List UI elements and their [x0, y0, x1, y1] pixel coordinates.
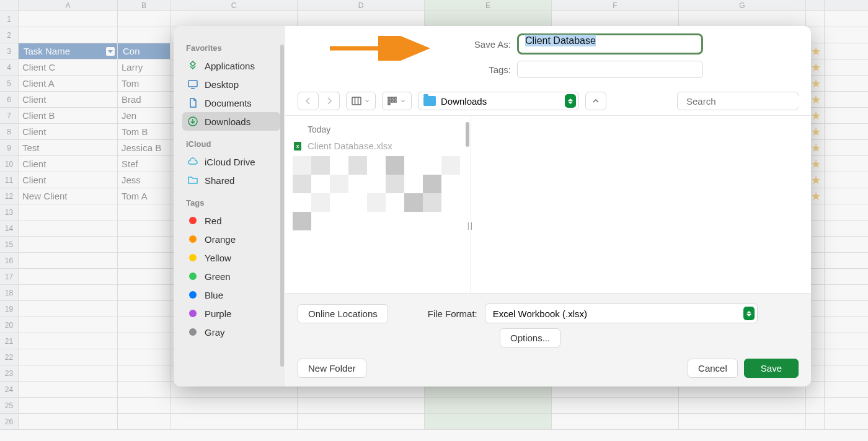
tags-input[interactable]	[517, 61, 703, 78]
sidebar-item-applications[interactable]: Applications	[182, 56, 280, 75]
tag-dot-icon	[187, 215, 198, 226]
save-as-label: Save As:	[393, 39, 511, 50]
sb-section-tags: Tags	[186, 198, 277, 207]
tag-dot-icon	[187, 289, 198, 300]
cloud-icon	[187, 156, 198, 167]
online-locations-button[interactable]: Online Locations	[298, 304, 388, 323]
sidebar-item-label: Gray	[205, 327, 225, 338]
browser-column[interactable]: Today X Client Database.xlsx ||	[285, 116, 471, 293]
sidebar-item-label: Applications	[205, 61, 255, 71]
browser-empty-pane	[471, 116, 811, 293]
options-button[interactable]: Options...	[500, 328, 560, 347]
sidebar-item-label: Documents	[205, 98, 252, 108]
sidebar-scrollbar[interactable]	[280, 45, 284, 367]
apps-icon	[187, 60, 198, 71]
dialog-main: Save As: Client Database Tags:	[285, 26, 811, 386]
sidebar-item-documents[interactable]: Documents	[182, 94, 280, 112]
sb-section-icloud: iCloud	[186, 139, 277, 149]
sidebar-item-label: Shared	[205, 175, 234, 186]
shared-icon	[187, 175, 198, 186]
location-name: Downloads	[441, 96, 487, 107]
view-group-button[interactable]	[382, 92, 412, 110]
sidebar-item-label: Desktop	[205, 79, 239, 90]
sidebar-item-label: Blue	[205, 290, 223, 300]
sidebar-item-shared[interactable]: Shared	[182, 171, 280, 190]
tag-dot-icon	[187, 271, 198, 282]
sidebar-item-blue[interactable]: Blue	[182, 286, 280, 304]
svg-text:X: X	[296, 144, 299, 149]
search-input[interactable]	[686, 96, 804, 107]
svg-rect-4	[352, 97, 361, 105]
sidebar-item-gray[interactable]: Gray	[182, 323, 280, 341]
svg-rect-0	[188, 81, 197, 87]
sidebar-item-downloads[interactable]: Downloads	[182, 112, 280, 131]
sidebar-item-label: iCloud Drive	[205, 157, 255, 167]
sidebar-item-label: Purple	[205, 308, 231, 319]
sidebar-item-label: Red	[205, 216, 222, 226]
dialog-toolbar: Downloads	[285, 87, 811, 116]
sidebar-item-label: Green	[205, 271, 231, 282]
view-columns-button[interactable]	[346, 92, 376, 110]
sidebar-item-label: Orange	[205, 234, 236, 245]
sb-section-favorites: Favorites	[186, 43, 277, 53]
folder-icon	[423, 96, 436, 106]
collapse-button[interactable]	[585, 92, 606, 110]
search-field[interactable]	[677, 92, 799, 110]
file-browser: Today X Client Database.xlsx ||	[285, 116, 811, 294]
sidebar-item-icloud-drive[interactable]: iCloud Drive	[182, 152, 280, 171]
save-as-value: Client Database	[525, 35, 596, 46]
column-scrollbar[interactable]	[466, 122, 469, 147]
save-as-input[interactable]: Client Database	[517, 33, 703, 55]
column-resize-handle[interactable]: ||	[467, 221, 474, 230]
tag-dot-icon	[187, 326, 198, 338]
sidebar-item-desktop[interactable]: Desktop	[182, 75, 280, 94]
format-stepper-icon	[743, 307, 755, 320]
sidebar-item-yellow[interactable]: Yellow	[182, 248, 280, 267]
sidebar-item-purple[interactable]: Purple	[182, 304, 280, 323]
tags-label: Tags:	[393, 64, 511, 75]
excel-file-icon: X	[293, 141, 303, 151]
sidebar-item-orange[interactable]: Orange	[182, 230, 280, 248]
nav-forward-button[interactable]	[319, 92, 340, 110]
svg-rect-7	[388, 97, 390, 99]
save-button[interactable]: Save	[744, 359, 799, 378]
dialog-sidebar: Favorites ApplicationsDesktopDocumentsDo…	[174, 26, 285, 386]
sidebar-item-green[interactable]: Green	[182, 267, 280, 286]
svg-rect-13	[394, 100, 396, 102]
file-name: Client Database.xlsx	[308, 141, 392, 151]
browser-group-label: Today	[285, 122, 471, 138]
file-format-label: File Format:	[428, 308, 477, 319]
tag-dot-icon	[187, 252, 198, 263]
new-folder-button[interactable]: New Folder	[298, 359, 366, 378]
sidebar-item-red[interactable]: Red	[182, 211, 280, 230]
sidebar-item-label: Yellow	[205, 253, 231, 263]
svg-rect-8	[388, 100, 390, 102]
location-stepper-icon	[565, 94, 576, 108]
cancel-button[interactable]: Cancel	[688, 359, 738, 378]
downloads-icon	[187, 116, 198, 127]
location-select[interactable]: Downloads	[418, 92, 579, 110]
file-format-select[interactable]: Excel Workbook (.xlsx)	[485, 303, 758, 323]
svg-rect-10	[391, 97, 393, 99]
file-format-value: Excel Workbook (.xlsx)	[493, 308, 587, 319]
desktop-icon	[187, 79, 198, 90]
svg-rect-9	[388, 103, 390, 105]
nav-back-button[interactable]	[298, 92, 319, 110]
svg-rect-11	[391, 100, 393, 102]
svg-rect-12	[394, 97, 396, 99]
tag-dot-icon	[187, 308, 198, 319]
blurred-content	[285, 154, 471, 233]
save-dialog: Favorites ApplicationsDesktopDocumentsDo…	[174, 26, 811, 386]
tag-dot-icon	[187, 234, 198, 245]
doc-icon	[187, 97, 198, 108]
file-item[interactable]: X Client Database.xlsx	[285, 138, 471, 154]
sidebar-item-label: Downloads	[205, 116, 250, 127]
dialog-bottom: Online Locations File Format: Excel Work…	[285, 294, 811, 386]
